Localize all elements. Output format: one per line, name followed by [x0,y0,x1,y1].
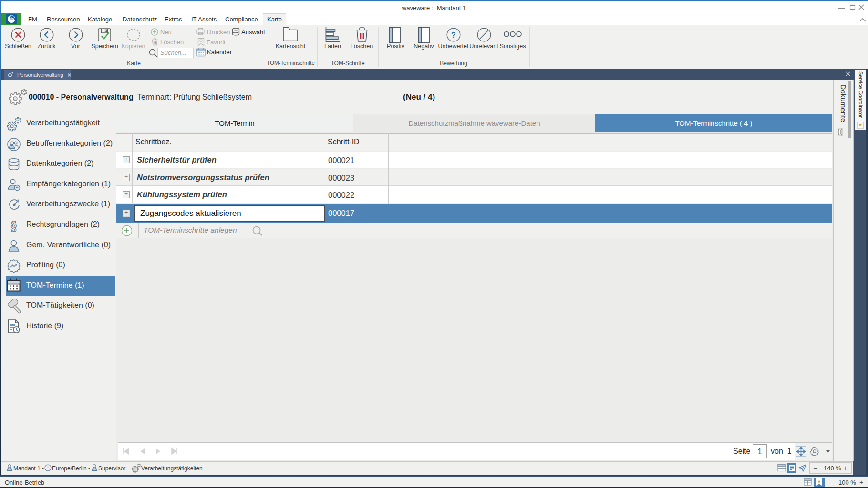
svg-text:?: ? [451,31,456,39]
svg-text:§: § [10,218,17,233]
